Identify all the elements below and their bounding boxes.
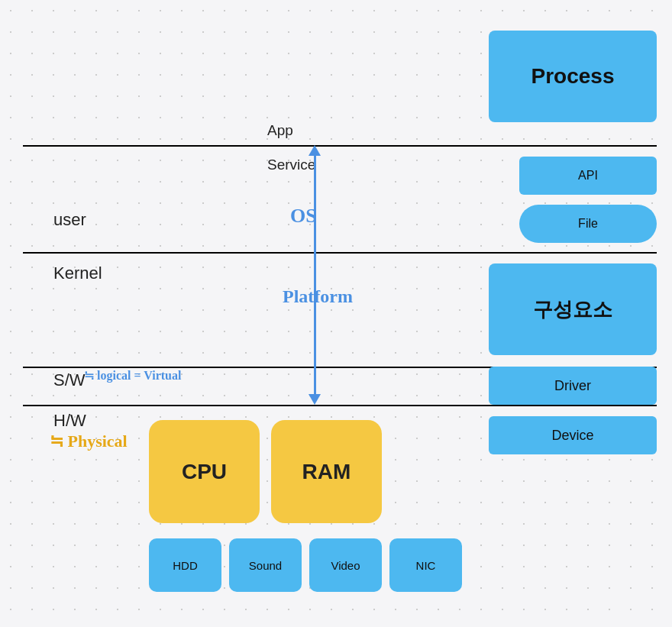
api-box: API [519,157,657,195]
arrow-line [314,156,316,394]
cpu-box: CPU [149,420,260,523]
user-label: user [53,210,86,230]
sw-label: S/W [53,370,86,390]
file-box: File [519,205,657,243]
arrow-head-up [309,145,321,156]
line-app-service [23,145,657,147]
line-user-kernel [23,252,657,254]
sw-note: ≒ logical = Virtual [84,368,181,383]
line-sw-hw [23,405,657,406]
component-box: 구성요소 [489,263,657,355]
hw-note: ≒ Physical [50,431,128,451]
device-box: Device [489,416,657,454]
process-box: Process [489,31,657,122]
hw-label: H/W [53,411,86,431]
app-label: App [267,122,293,139]
nic-box: NIC [389,538,462,592]
kernel-label: Kernel [53,263,102,283]
ram-box: RAM [271,420,382,523]
os-arrow [309,145,321,405]
video-box: Video [309,538,382,592]
driver-box: Driver [489,367,657,405]
arrow-head-down [309,394,321,405]
sound-box: Sound [229,538,302,592]
hdd-box: HDD [149,538,221,592]
diagram-container: App Service user Kernel S/W H/W OS Platf… [23,15,657,612]
